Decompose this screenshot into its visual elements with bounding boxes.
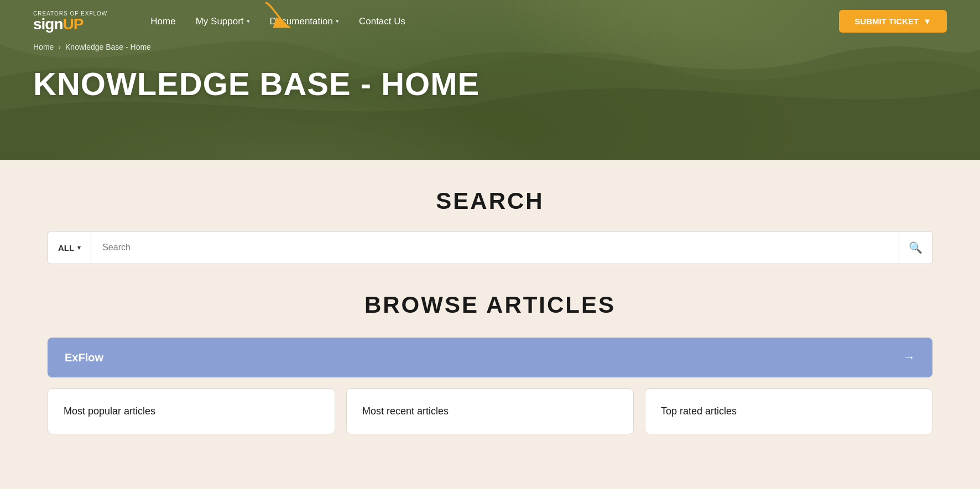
search-heading: SEARCH: [44, 188, 936, 214]
search-icon: 🔍: [909, 241, 922, 254]
search-input[interactable]: [91, 232, 899, 264]
search-section: SEARCH ALL ▾ 🔍: [44, 188, 936, 264]
nav-item-my-support[interactable]: My Support ▾: [186, 12, 260, 31]
documentation-label: Documentation: [270, 16, 333, 27]
nav-item-contact-us[interactable]: Contact Us: [349, 12, 415, 31]
article-cards: Most popular articles Most recent articl…: [48, 388, 932, 434]
popular-articles-title: Most popular articles: [64, 406, 155, 417]
logo[interactable]: CREATORS OF EXFLOW signUP: [33, 10, 107, 32]
logo-signup-text: signUP: [33, 17, 107, 32]
browse-heading: BROWSE ARTICLES: [48, 292, 932, 318]
exflow-card[interactable]: ExFlow →: [48, 338, 932, 377]
search-button[interactable]: 🔍: [899, 232, 932, 264]
page-title: KNOWLEDGE BASE - HOME: [33, 65, 947, 102]
cta-label: SUBMIT TICKET: [854, 17, 919, 26]
submit-ticket-button[interactable]: SUBMIT TICKET ▼: [839, 10, 947, 33]
search-bar: ALL ▾ 🔍: [48, 231, 932, 264]
breadcrumb-separator: ›: [58, 43, 61, 51]
exflow-arrow-icon: →: [903, 350, 915, 365]
header-section: CREATORS OF EXFLOW signUP Home My Suppor…: [0, 0, 980, 160]
documentation-chevron: ▾: [336, 18, 339, 25]
article-card-popular[interactable]: Most popular articles: [48, 388, 335, 434]
my-support-chevron: ▾: [247, 18, 250, 25]
recent-articles-title: Most recent articles: [362, 406, 449, 417]
logo-highlight: UP: [63, 15, 84, 33]
main-content: SEARCH ALL ▾ 🔍 BROWSE ARTICLES ExFlow → …: [0, 160, 980, 462]
article-card-recent[interactable]: Most recent articles: [346, 388, 634, 434]
filter-dropdown-arrow-icon: ▾: [77, 244, 81, 251]
exflow-label: ExFlow: [65, 351, 103, 364]
breadcrumb-home[interactable]: Home: [33, 43, 54, 51]
search-filter-label: ALL: [58, 243, 74, 253]
my-support-label: My Support: [196, 16, 244, 27]
nav-links: Home My Support ▾ Documentation ▾ Contac…: [140, 12, 822, 31]
top-rated-articles-title: Top rated articles: [661, 406, 737, 417]
logo-creators-text: CREATORS OF EXFLOW: [33, 10, 107, 17]
article-card-top-rated[interactable]: Top rated articles: [645, 388, 932, 434]
page-title-section: KNOWLEDGE BASE - HOME: [0, 51, 980, 119]
navigation: CREATORS OF EXFLOW signUP Home My Suppor…: [0, 0, 980, 43]
nav-item-home[interactable]: Home: [140, 12, 185, 31]
browse-section: BROWSE ARTICLES ExFlow → Most popular ar…: [48, 292, 932, 434]
cta-arrow-icon: ▼: [923, 17, 931, 26]
search-filter-dropdown[interactable]: ALL ▾: [48, 232, 91, 264]
breadcrumb-current: Knowledge Base - Home: [65, 43, 151, 51]
breadcrumb: Home › Knowledge Base - Home: [0, 43, 980, 51]
nav-item-documentation[interactable]: Documentation ▾: [260, 12, 349, 31]
